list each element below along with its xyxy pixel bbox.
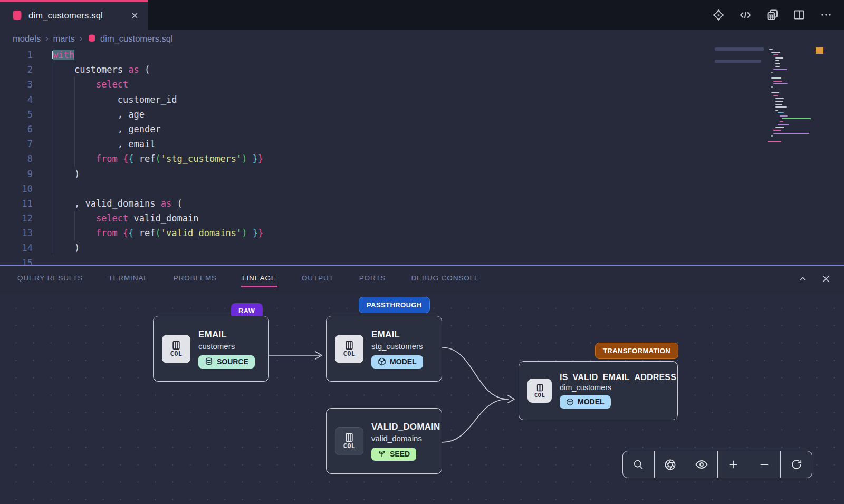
columns-icon [535,383,544,392]
resource-badge-source: SOURCE [198,355,255,369]
overview-ruler-marker [816,47,823,54]
refresh-button[interactable] [781,451,812,478]
code-line: 9 ) [0,167,844,181]
database-icon [12,10,23,21]
search-icon [632,459,644,470]
tab-close-icon[interactable] [130,11,139,21]
cube-icon [378,357,386,366]
visibility-button[interactable] [686,451,717,478]
code-line: 15 [0,256,844,265]
code-line: 10 [0,181,844,196]
indent-guide [74,77,75,167]
code-line: 14 ) [0,240,844,255]
minimap[interactable] [768,49,815,154]
chevron-up-icon[interactable] [798,274,808,284]
query-results-icon[interactable] [766,8,779,21]
close-icon[interactable] [821,274,831,284]
resource-badge-seed: SEED [371,448,416,461]
col-label: COL [343,350,355,357]
panel-header: QUERY RESULTS TERMINAL PROBLEMS LINEAGE … [0,266,844,292]
node-table-name: customers [198,342,255,351]
code-line: 13 from {{ ref('valid_domains') }} [0,226,844,240]
node-table-name: stg_customers [371,342,423,351]
tab-output[interactable]: OUTPUT [302,271,334,287]
breadcrumb: models › marts › dim_customers.sql [0,30,844,47]
code-line: 7 , email [0,137,844,151]
tab-debug-console[interactable]: DEBUG CONSOLE [411,271,479,287]
columns-icon [344,432,354,443]
code-line: 11 , valid_domains as ( [0,196,844,211]
breadcrumb-models[interactable]: models [13,34,41,44]
col-label: COL [170,350,182,357]
lineage-node-stg-customers[interactable]: COL EMAIL stg_customers MODEL [326,316,442,382]
app-window: dim_customers.sql [0,0,844,504]
tab-query-results[interactable]: QUERY RESULTS [17,271,83,287]
tag-passthrough: PASSTHROUGH [359,297,430,313]
editor-decoration-bar [715,60,761,63]
code-lines: 1with2 customers as (3 select4 customer_… [0,47,844,265]
search-button[interactable] [623,451,654,478]
resource-badge-model: MODEL [371,355,423,369]
node-table-name: valid_domains [371,434,440,443]
lineage-node-customers[interactable]: COL EMAIL customers SOURCE [153,316,269,382]
editor-decoration-bar [715,47,764,51]
node-body: EMAIL stg_customers MODEL [371,329,423,369]
aperture-button[interactable] [655,451,686,478]
column-icon-box[interactable]: COL [528,379,552,403]
code-icon[interactable] [739,8,752,21]
node-column-name: IS_VALID_EMAIL_ADDRESS [560,373,676,382]
tab-ports[interactable]: PORTS [359,271,386,287]
tab-problems[interactable]: PROBLEMS [174,271,217,287]
tab-lineage[interactable]: LINEAGE [242,271,276,287]
node-body: VALID_DOMAIN valid_domains SEED [371,422,440,461]
code-line: 3 select [0,77,844,92]
resource-badge-model: MODEL [560,395,611,409]
col-label: COL [534,392,545,398]
tab-terminal[interactable]: TERMINAL [108,271,148,287]
column-icon-box[interactable]: COL [335,427,363,455]
chevron-right-icon: › [80,34,82,43]
node-column-name: EMAIL [371,329,423,340]
lineage-canvas[interactable]: RAW PASSTHROUGH TRANSFORMATION COL EMAIL… [0,293,844,504]
code-line: 2 customers as ( [0,62,844,77]
code-line: 4 customer_id [0,92,844,107]
code-line: 8 from {{ ref('stg_customers') }} [0,151,844,166]
split-editor-icon[interactable] [793,8,805,21]
plus-icon [727,459,739,470]
bottom-panel: QUERY RESULTS TERMINAL PROBLEMS LINEAGE … [0,265,844,504]
columns-icon [344,340,354,351]
lineage-node-dim-customers[interactable]: COL IS_VALID_EMAIL_ADDRESS dim_customers… [519,361,678,420]
chevron-right-icon: › [45,34,48,43]
breadcrumb-file[interactable]: dim_customers.sql [87,34,173,44]
node-column-name: EMAIL [198,329,255,340]
zoom-in-button[interactable] [718,451,749,478]
lineage-node-valid-domains[interactable]: COL VALID_DOMAIN valid_domains SEED [326,408,442,474]
code-line: 6 , gender [0,122,844,137]
column-icon-box[interactable]: COL [335,335,363,363]
code-editor[interactable]: 1with2 customers as (3 select4 customer_… [0,47,844,265]
lineage-toolbar [622,451,812,478]
minus-icon [759,459,770,470]
zoom-out-button[interactable] [749,451,780,478]
editor-tab-bar: dim_customers.sql [0,0,844,30]
column-icon-box[interactable]: COL [162,335,190,363]
database-icon [87,34,97,43]
aperture-icon [664,459,676,471]
cube-icon [566,398,574,406]
dbt-icon[interactable] [712,8,725,21]
eye-icon [695,458,708,471]
code-line: 5 , age [0,107,844,122]
refresh-icon [791,459,802,470]
panel-actions [798,274,831,284]
col-label: COL [343,442,355,450]
tab-label: dim_customers.sql [28,11,124,21]
tab-dim-customers-sql[interactable]: dim_customers.sql [0,0,148,30]
indent-guide [53,62,53,256]
node-body: EMAIL customers SOURCE [198,329,255,369]
ellipsis-icon[interactable] [820,8,832,21]
seedling-icon [378,450,386,458]
node-table-name: dim_customers [560,383,676,392]
tag-transformation: TRANSFORMATION [595,343,678,359]
breadcrumb-marts[interactable]: marts [53,34,75,44]
editor-actions [712,0,832,30]
